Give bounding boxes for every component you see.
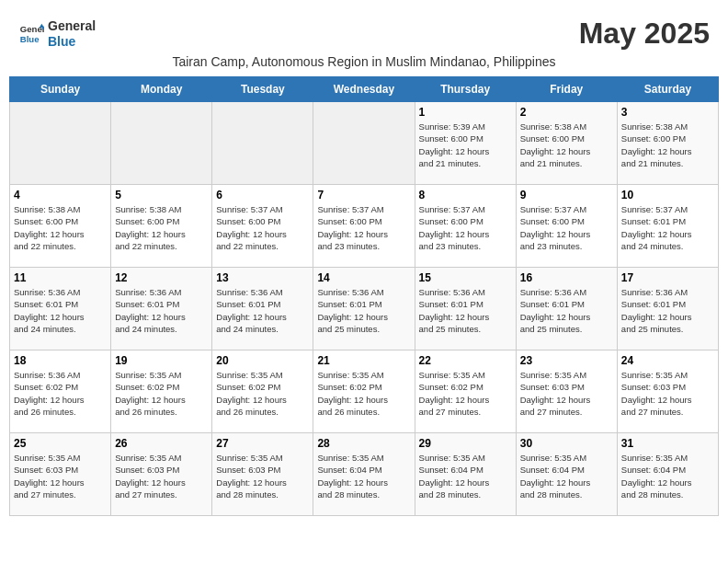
calendar-cell: 19Sunrise: 5:35 AM Sunset: 6:02 PM Dayli… (111, 350, 212, 433)
day-info: Sunrise: 5:38 AM Sunset: 6:00 PM Dayligh… (621, 121, 714, 169)
day-number: 27 (216, 437, 309, 450)
day-number: 13 (216, 271, 309, 284)
day-number: 23 (520, 354, 613, 367)
calendar-cell: 2Sunrise: 5:38 AM Sunset: 6:00 PM Daylig… (516, 102, 617, 185)
calendar-week-3: 11Sunrise: 5:36 AM Sunset: 6:01 PM Dayli… (10, 268, 719, 350)
day-number: 20 (216, 354, 309, 367)
day-number: 25 (14, 437, 107, 450)
day-info: Sunrise: 5:35 AM Sunset: 6:04 PM Dayligh… (621, 452, 714, 500)
day-info: Sunrise: 5:37 AM Sunset: 6:00 PM Dayligh… (520, 203, 613, 252)
logo-line2: Blue (48, 34, 96, 50)
day-info: Sunrise: 5:35 AM Sunset: 6:03 PM Dayligh… (621, 369, 714, 418)
calendar-cell (111, 102, 212, 185)
calendar-cell: 4Sunrise: 5:38 AM Sunset: 6:00 PM Daylig… (10, 185, 111, 268)
day-number: 31 (621, 437, 714, 450)
day-info: Sunrise: 5:35 AM Sunset: 6:02 PM Dayligh… (115, 369, 208, 418)
day-info: Sunrise: 5:37 AM Sunset: 6:01 PM Dayligh… (621, 203, 714, 252)
calendar-cell: 14Sunrise: 5:36 AM Sunset: 6:01 PM Dayli… (313, 268, 415, 350)
day-number: 8 (419, 189, 512, 201)
calendar-cell (212, 102, 313, 185)
day-number: 9 (520, 189, 613, 201)
logo-icon: General Blue (18, 21, 44, 47)
weekday-header-monday: Monday (111, 77, 212, 102)
day-info: Sunrise: 5:36 AM Sunset: 6:01 PM Dayligh… (14, 286, 107, 335)
day-number: 15 (419, 271, 512, 284)
day-info: Sunrise: 5:35 AM Sunset: 6:02 PM Dayligh… (216, 369, 309, 418)
day-info: Sunrise: 5:35 AM Sunset: 6:04 PM Dayligh… (419, 452, 512, 500)
calendar-cell: 12Sunrise: 5:36 AM Sunset: 6:01 PM Dayli… (111, 268, 212, 350)
weekday-header-saturday: Saturday (617, 77, 718, 102)
day-info: Sunrise: 5:36 AM Sunset: 6:01 PM Dayligh… (419, 286, 512, 335)
day-number: 5 (115, 189, 208, 201)
calendar-cell: 21Sunrise: 5:35 AM Sunset: 6:02 PM Dayli… (313, 350, 415, 433)
page-header: General Blue General Blue May 2025 (9, 9, 719, 54)
day-info: Sunrise: 5:37 AM Sunset: 6:00 PM Dayligh… (317, 203, 410, 252)
day-number: 24 (621, 354, 714, 367)
calendar-cell: 27Sunrise: 5:35 AM Sunset: 6:03 PM Dayli… (212, 433, 313, 516)
calendar-cell: 24Sunrise: 5:35 AM Sunset: 6:03 PM Dayli… (617, 350, 718, 433)
day-number: 12 (115, 271, 208, 284)
calendar-cell: 3Sunrise: 5:38 AM Sunset: 6:00 PM Daylig… (617, 102, 718, 185)
day-number: 28 (317, 437, 410, 450)
calendar-cell: 26Sunrise: 5:35 AM Sunset: 6:03 PM Dayli… (111, 433, 212, 516)
calendar-cell: 8Sunrise: 5:37 AM Sunset: 6:00 PM Daylig… (415, 185, 516, 268)
calendar-cell: 22Sunrise: 5:35 AM Sunset: 6:02 PM Dayli… (415, 350, 516, 433)
day-info: Sunrise: 5:38 AM Sunset: 6:00 PM Dayligh… (520, 121, 613, 169)
day-info: Sunrise: 5:36 AM Sunset: 6:01 PM Dayligh… (621, 286, 714, 335)
day-number: 11 (14, 271, 107, 284)
day-info: Sunrise: 5:35 AM Sunset: 6:02 PM Dayligh… (317, 369, 410, 418)
day-number: 7 (317, 189, 410, 201)
day-info: Sunrise: 5:36 AM Sunset: 6:01 PM Dayligh… (216, 286, 309, 335)
weekday-header-tuesday: Tuesday (212, 77, 313, 102)
calendar-cell: 31Sunrise: 5:35 AM Sunset: 6:04 PM Dayli… (617, 433, 718, 516)
weekday-header-sunday: Sunday (10, 77, 111, 102)
calendar-cell: 15Sunrise: 5:36 AM Sunset: 6:01 PM Dayli… (415, 268, 516, 350)
day-info: Sunrise: 5:36 AM Sunset: 6:02 PM Dayligh… (14, 369, 107, 418)
calendar-table: SundayMondayTuesdayWednesdayThursdayFrid… (9, 76, 719, 516)
calendar-cell (313, 102, 415, 185)
calendar-cell: 11Sunrise: 5:36 AM Sunset: 6:01 PM Dayli… (10, 268, 111, 350)
day-info: Sunrise: 5:35 AM Sunset: 6:03 PM Dayligh… (216, 452, 309, 500)
calendar-cell: 13Sunrise: 5:36 AM Sunset: 6:01 PM Dayli… (212, 268, 313, 350)
day-number: 21 (317, 354, 410, 367)
weekday-header-friday: Friday (516, 77, 617, 102)
calendar-cell: 30Sunrise: 5:35 AM Sunset: 6:04 PM Dayli… (516, 433, 617, 516)
weekday-header-wednesday: Wednesday (313, 77, 415, 102)
day-number: 3 (621, 106, 714, 119)
logo: General Blue General Blue (18, 18, 96, 50)
calendar-cell: 10Sunrise: 5:37 AM Sunset: 6:01 PM Dayli… (617, 185, 718, 268)
day-info: Sunrise: 5:36 AM Sunset: 6:01 PM Dayligh… (115, 286, 208, 335)
calendar-cell: 18Sunrise: 5:36 AM Sunset: 6:02 PM Dayli… (10, 350, 111, 433)
day-number: 16 (520, 271, 613, 284)
day-number: 30 (520, 437, 613, 450)
weekday-row: SundayMondayTuesdayWednesdayThursdayFrid… (10, 77, 719, 102)
day-number: 14 (317, 271, 410, 284)
calendar-header: SundayMondayTuesdayWednesdayThursdayFrid… (10, 77, 719, 102)
calendar-week-1: 1Sunrise: 5:39 AM Sunset: 6:00 PM Daylig… (10, 102, 719, 185)
calendar-cell: 25Sunrise: 5:35 AM Sunset: 6:03 PM Dayli… (10, 433, 111, 516)
page-subtitle: Tairan Camp, Autonomous Region in Muslim… (9, 54, 719, 69)
calendar-cell: 29Sunrise: 5:35 AM Sunset: 6:04 PM Dayli… (415, 433, 516, 516)
calendar-cell (10, 102, 111, 185)
day-number: 26 (115, 437, 208, 450)
day-number: 29 (419, 437, 512, 450)
day-info: Sunrise: 5:35 AM Sunset: 6:03 PM Dayligh… (14, 452, 107, 500)
day-info: Sunrise: 5:36 AM Sunset: 6:01 PM Dayligh… (317, 286, 410, 335)
day-number: 6 (216, 189, 309, 201)
day-info: Sunrise: 5:38 AM Sunset: 6:00 PM Dayligh… (115, 203, 208, 252)
calendar-cell: 9Sunrise: 5:37 AM Sunset: 6:00 PM Daylig… (516, 185, 617, 268)
calendar-cell: 17Sunrise: 5:36 AM Sunset: 6:01 PM Dayli… (617, 268, 718, 350)
day-info: Sunrise: 5:35 AM Sunset: 6:04 PM Dayligh… (317, 452, 410, 500)
calendar-body: 1Sunrise: 5:39 AM Sunset: 6:00 PM Daylig… (10, 102, 719, 516)
day-info: Sunrise: 5:39 AM Sunset: 6:00 PM Dayligh… (419, 121, 512, 169)
day-info: Sunrise: 5:37 AM Sunset: 6:00 PM Dayligh… (216, 203, 309, 252)
svg-text:Blue: Blue (20, 33, 40, 43)
calendar-cell: 7Sunrise: 5:37 AM Sunset: 6:00 PM Daylig… (313, 185, 415, 268)
day-info: Sunrise: 5:35 AM Sunset: 6:04 PM Dayligh… (520, 452, 613, 500)
day-number: 2 (520, 106, 613, 119)
calendar-cell: 16Sunrise: 5:36 AM Sunset: 6:01 PM Dayli… (516, 268, 617, 350)
day-info: Sunrise: 5:37 AM Sunset: 6:00 PM Dayligh… (419, 203, 512, 252)
day-number: 19 (115, 354, 208, 367)
day-info: Sunrise: 5:35 AM Sunset: 6:03 PM Dayligh… (115, 452, 208, 500)
day-number: 4 (14, 189, 107, 201)
